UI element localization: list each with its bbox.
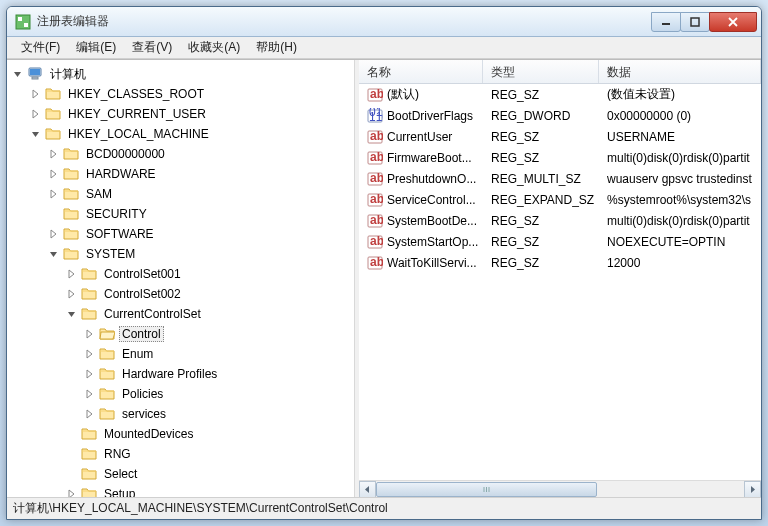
tree-label: BCD00000000 [83, 146, 168, 162]
expander-icon[interactable] [65, 427, 79, 441]
menu-favorites[interactable]: 收藏夹(A) [180, 37, 248, 58]
expander-icon[interactable] [11, 67, 25, 81]
value-name: PreshutdownO... [387, 172, 476, 186]
minimize-button[interactable] [651, 12, 681, 32]
tree-label: HKEY_CLASSES_ROOT [65, 86, 207, 102]
tree-item-hardware[interactable]: HARDWARE [7, 164, 354, 184]
folder-icon [45, 126, 61, 142]
value-name: (默认) [387, 86, 419, 103]
column-data[interactable]: 数据 [599, 60, 761, 83]
expander-icon[interactable] [65, 447, 79, 461]
scroll-right-button[interactable] [744, 481, 761, 498]
expander-icon[interactable] [47, 227, 61, 241]
expander-icon[interactable] [83, 387, 97, 401]
menu-edit[interactable]: 编辑(E) [68, 37, 124, 58]
value-row[interactable]: WaitToKillServi... REG_SZ 12000 [359, 252, 761, 273]
expander-icon[interactable] [65, 307, 79, 321]
tree-item-setup[interactable]: Setup [7, 484, 354, 497]
expander-icon[interactable] [29, 87, 43, 101]
expander-icon[interactable] [65, 487, 79, 497]
menu-file[interactable]: 文件(F) [13, 37, 68, 58]
value-data: wuauserv gpsvc trustedinst [599, 170, 761, 188]
folder-icon [99, 406, 115, 422]
tree-item-hkcr[interactable]: HKEY_CLASSES_ROOT [7, 84, 354, 104]
value-row[interactable]: CurrentUser REG_SZ USERNAME [359, 126, 761, 147]
expander-icon[interactable] [65, 467, 79, 481]
value-data: (数值未设置) [599, 84, 761, 105]
tree-label: ControlSet001 [101, 266, 184, 282]
menu-view[interactable]: 查看(V) [124, 37, 180, 58]
tree-item-hwprof[interactable]: Hardware Profiles [7, 364, 354, 384]
tree-item-security[interactable]: SECURITY [7, 204, 354, 224]
scroll-track[interactable] [376, 481, 744, 498]
expander-icon[interactable] [83, 347, 97, 361]
value-row[interactable]: SystemBootDe... REG_SZ multi(0)disk(0)rd… [359, 210, 761, 231]
tree-item-rng[interactable]: RNG [7, 444, 354, 464]
expander-icon[interactable] [65, 267, 79, 281]
folder-icon [63, 226, 79, 242]
tree-item-hkcu[interactable]: HKEY_CURRENT_USER [7, 104, 354, 124]
tree-item-select[interactable]: Select [7, 464, 354, 484]
tree-item-cs002[interactable]: ControlSet002 [7, 284, 354, 304]
tree-label: Select [101, 466, 140, 482]
tree-item-sam[interactable]: SAM [7, 184, 354, 204]
value-name: BootDriverFlags [387, 109, 473, 123]
expander-icon[interactable] [83, 367, 97, 381]
menubar: 文件(F) 编辑(E) 查看(V) 收藏夹(A) 帮助(H) [7, 37, 761, 59]
value-type: REG_EXPAND_SZ [483, 191, 599, 209]
value-row[interactable]: (默认) REG_SZ (数值未设置) [359, 84, 761, 105]
list-body[interactable]: (默认) REG_SZ (数值未设置) BootDriverFlags REG_… [359, 84, 761, 480]
titlebar[interactable]: 注册表编辑器 [7, 7, 761, 37]
expander-icon[interactable] [29, 107, 43, 121]
value-data: USERNAME [599, 128, 761, 146]
expander-icon[interactable] [47, 147, 61, 161]
menu-help[interactable]: 帮助(H) [248, 37, 305, 58]
app-window: 注册表编辑器 文件(F) 编辑(E) 查看(V) 收藏夹(A) 帮助(H) 计算… [6, 6, 762, 520]
expander-icon[interactable] [47, 167, 61, 181]
expander-icon[interactable] [83, 327, 97, 341]
value-row[interactable]: PreshutdownO... REG_MULTI_SZ wuauserv gp… [359, 168, 761, 189]
tree-item-hklm[interactable]: HKEY_LOCAL_MACHINE [7, 124, 354, 144]
tree-label: Control [119, 326, 164, 342]
expander-icon[interactable] [47, 187, 61, 201]
value-name: FirmwareBoot... [387, 151, 472, 165]
value-type: REG_DWORD [483, 107, 599, 125]
list-header: 名称 类型 数据 [359, 60, 761, 84]
tree-item-mounted[interactable]: MountedDevices [7, 424, 354, 444]
tree-label: 计算机 [47, 65, 89, 84]
tree-item-ccs[interactable]: CurrentControlSet [7, 304, 354, 324]
maximize-button[interactable] [680, 12, 710, 32]
value-data: 12000 [599, 254, 761, 272]
tree-pane[interactable]: 计算机 HKEY_CLASSES_ROOT HKEY_CURRENT_USER … [7, 60, 355, 497]
expander-icon[interactable] [83, 407, 97, 421]
value-name: ServiceControl... [387, 193, 476, 207]
tree-item-bcd[interactable]: BCD00000000 [7, 144, 354, 164]
tree-item-root[interactable]: 计算机 [7, 64, 354, 84]
tree-item-enum[interactable]: Enum [7, 344, 354, 364]
close-button[interactable] [709, 12, 757, 32]
scroll-thumb[interactable] [376, 482, 597, 497]
expander-icon[interactable] [47, 247, 61, 261]
column-type[interactable]: 类型 [483, 60, 599, 83]
value-row[interactable]: ServiceControl... REG_EXPAND_SZ %systemr… [359, 189, 761, 210]
tree-item-policies[interactable]: Policies [7, 384, 354, 404]
tree-label: CurrentControlSet [101, 306, 204, 322]
scroll-left-button[interactable] [359, 481, 376, 498]
value-row[interactable]: FirmwareBoot... REG_SZ multi(0)disk(0)rd… [359, 147, 761, 168]
horizontal-scrollbar[interactable] [359, 480, 761, 497]
value-type: REG_SZ [483, 86, 599, 104]
tree-item-software[interactable]: SOFTWARE [7, 224, 354, 244]
value-row[interactable]: BootDriverFlags REG_DWORD 0x00000000 (0) [359, 105, 761, 126]
expander-icon[interactable] [47, 207, 61, 221]
tree-item-services[interactable]: services [7, 404, 354, 424]
column-name[interactable]: 名称 [359, 60, 483, 83]
folder-icon [45, 106, 61, 122]
value-row[interactable]: SystemStartOp... REG_SZ NOEXECUTE=OPTIN [359, 231, 761, 252]
tree-item-control[interactable]: Control [7, 324, 354, 344]
expander-icon[interactable] [65, 287, 79, 301]
tree-item-system[interactable]: SYSTEM [7, 244, 354, 264]
folder-icon [81, 286, 97, 302]
svg-rect-10 [24, 23, 28, 27]
tree-item-cs001[interactable]: ControlSet001 [7, 264, 354, 284]
expander-icon[interactable] [29, 127, 43, 141]
